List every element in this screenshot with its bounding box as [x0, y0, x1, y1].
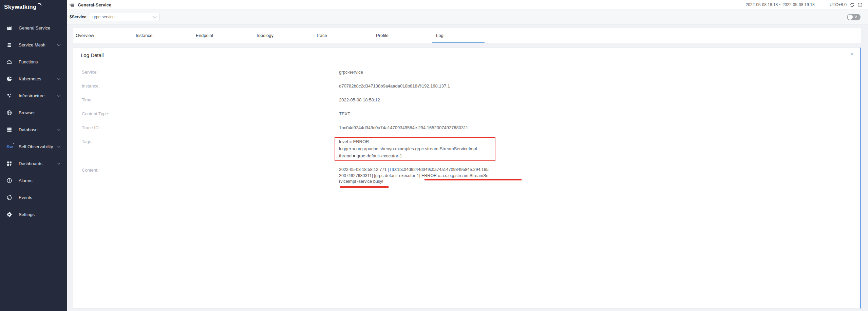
- sidebar-item-label: Service Mesh: [19, 42, 45, 47]
- toggle-label: V: [854, 15, 857, 19]
- cloud-icon: [6, 59, 12, 65]
- tab-trace[interactable]: Trace: [316, 28, 376, 43]
- sidebar: Skywalking General Service Service Mesh: [0, 0, 67, 311]
- annotation-red-box-tags: [335, 137, 495, 161]
- annotation-red-underline-service-busy: [340, 186, 389, 188]
- server-rack-icon: [6, 127, 12, 133]
- sidebar-item-service-mesh[interactable]: Service Mesh: [0, 36, 67, 53]
- page-title: General-Service: [78, 2, 111, 7]
- tab-strip: Overview Instance Endpoint Topology Trac…: [73, 28, 861, 43]
- sidebar-item-functions[interactable]: Functions: [0, 53, 67, 70]
- field-value-content-type: TEXT: [339, 111, 350, 117]
- sidebar-item-label: Kubernetes: [19, 76, 41, 81]
- sidebar-item-label: Functions: [19, 59, 38, 64]
- skywalking-logo[interactable]: Skywalking: [0, 0, 67, 11]
- crescent-icon: [37, 3, 41, 7]
- sidebar-item-label: Dashboards: [19, 161, 42, 166]
- field-value-trace-id: 1bc04d9244d349c0a74a14709349584e.294.165…: [339, 125, 468, 131]
- sidebar-item-label: Events: [19, 195, 32, 200]
- content-line: 2022-05-08 18:58:12.771 [TID:1bc04d9244d…: [339, 167, 529, 173]
- field-value-content: 2022-05-08 18:58:12.771 [TID:1bc04d9244d…: [339, 167, 529, 185]
- sidebar-item-database[interactable]: Database: [0, 121, 67, 138]
- app: Skywalking General Service Service Mesh: [0, 0, 868, 311]
- sidebar-item-label: Self Observability: [19, 144, 53, 149]
- sidebar-item-label: Browser: [19, 110, 35, 115]
- field-label-content: Content:: [82, 168, 98, 173]
- logo-text: Skywalking: [4, 4, 37, 11]
- panel-title: Log Detail: [81, 52, 104, 58]
- sidebar-item-self-observability[interactable]: Sw Self Observability: [0, 138, 67, 155]
- timezone-label: UTC+8:0: [830, 2, 847, 7]
- service-select-value: grpc-service: [92, 15, 114, 19]
- tab-profile[interactable]: Profile: [376, 28, 436, 43]
- service-variable-label: $Service: [70, 15, 86, 19]
- close-icon[interactable]: ×: [850, 51, 853, 58]
- sidebar-item-label: Database: [19, 127, 38, 132]
- clock-icon: [6, 195, 12, 200]
- sidebar-item-kubernetes[interactable]: Kubernetes: [0, 70, 67, 87]
- time-range-picker[interactable]: 2022-05-08 18:18 ~ 2022-05-08 19:18: [746, 2, 814, 7]
- tab-overview[interactable]: Overview: [76, 28, 136, 43]
- tab-endpoint[interactable]: Endpoint: [196, 28, 256, 43]
- auto-refresh-toggle[interactable]: V: [847, 14, 861, 20]
- service-select[interactable]: grpc-service: [89, 13, 159, 21]
- field-value-service: grpc-service: [339, 70, 363, 75]
- sw-logo-icon: Sw: [6, 144, 12, 149]
- chevron-down-icon: [57, 128, 61, 131]
- area-chart-icon: [6, 25, 12, 31]
- sidebar-item-settings[interactable]: Settings: [0, 206, 67, 223]
- chevron-down-icon: [153, 15, 157, 18]
- main-content: Overview Instance Endpoint Topology Trac…: [67, 24, 868, 311]
- sidebar-item-general-service[interactable]: General Service: [0, 19, 67, 36]
- toggle-knob: [848, 15, 853, 20]
- tab-instance[interactable]: Instance: [136, 28, 196, 43]
- dots-cluster-icon: [6, 93, 12, 99]
- gear-icon: [6, 212, 12, 217]
- topbar-right: 2022-05-08 18:18 ~ 2022-05-08 19:18 UTC+…: [746, 2, 863, 7]
- globe-icon: [6, 110, 12, 116]
- chevron-down-icon: [57, 161, 61, 165]
- sidebar-item-alarms[interactable]: Alarms: [0, 172, 67, 189]
- refresh-icon[interactable]: [850, 2, 855, 7]
- field-value-instance: d70782b8c2d347138b9a4aada018b818@192.168…: [339, 83, 450, 89]
- tab-log[interactable]: Log: [436, 28, 496, 43]
- chevron-down-icon: [57, 43, 61, 46]
- field-label-trace-id: Trace ID:: [82, 125, 100, 131]
- mesh-layers-icon: [6, 42, 12, 48]
- sidebar-item-events[interactable]: Events: [0, 189, 67, 206]
- content-line: 20074927680311] [grpc-default-executor-1…: [339, 173, 529, 179]
- field-label-service: Service:: [82, 70, 98, 75]
- info-icon[interactable]: [857, 2, 863, 7]
- sidebar-nav: General Service Service Mesh Functions: [0, 19, 67, 223]
- chevron-down-icon: [57, 77, 61, 80]
- tab-topology[interactable]: Topology: [256, 28, 316, 43]
- chevron-down-icon: [57, 144, 61, 148]
- grid-plus-icon: [6, 161, 12, 167]
- kubernetes-icon: [6, 76, 12, 82]
- sidebar-item-label: Infrastructure: [19, 93, 45, 98]
- field-label-time: Time:: [82, 97, 93, 103]
- service-selector-bar: $Service grpc-service V: [67, 10, 868, 24]
- chevron-down-icon: [57, 94, 61, 97]
- collapse-sidebar-icon[interactable]: [69, 2, 75, 7]
- alert-circle-icon: [6, 178, 12, 183]
- sidebar-item-label: Alarms: [19, 178, 32, 183]
- sidebar-item-dashboards[interactable]: Dashboards: [0, 155, 67, 172]
- field-value-time: 2022-05-08 18:58:12: [339, 97, 380, 103]
- log-detail-panel: Log Detail × Service: grpc-service Insta…: [73, 47, 861, 309]
- annotation-red-underline-error: [424, 179, 522, 180]
- field-label-tags: Tags:: [82, 139, 92, 144]
- sidebar-item-browser[interactable]: Browser: [0, 104, 67, 121]
- field-label-content-type: Content Type:: [82, 111, 109, 117]
- field-label-instance: Instance:: [82, 83, 100, 89]
- sidebar-item-infrastructure[interactable]: Infrastructure: [0, 87, 67, 104]
- sidebar-item-label: General Service: [19, 25, 50, 31]
- sidebar-item-label: Settings: [19, 212, 35, 217]
- top-header-bar: General-Service 2022-05-08 18:18 ~ 2022-…: [67, 0, 868, 10]
